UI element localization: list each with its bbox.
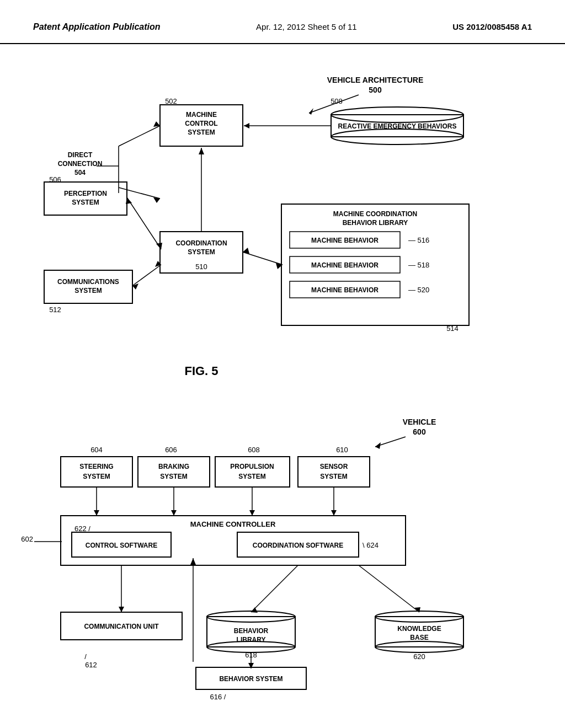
svg-line-104 <box>359 565 419 612</box>
svg-text:— 520: — 520 <box>408 286 429 294</box>
svg-text:REACTIVE EMERGENCY BEHAVIORS: REACTIVE EMERGENCY BEHAVIORS <box>338 122 457 130</box>
svg-text:MACHINE COORDINATION: MACHINE COORDINATION <box>333 210 417 218</box>
header: Patent Application Publication Apr. 12, … <box>0 0 565 44</box>
svg-text:600: 600 <box>413 427 426 436</box>
svg-rect-79 <box>298 457 370 487</box>
svg-text:MACHINE BEHAVIOR: MACHINE BEHAVIOR <box>311 286 379 294</box>
svg-marker-101 <box>119 607 124 612</box>
fig6-diagram: VEHICLE 600 604 606 608 610 STEERING SYS… <box>0 397 565 728</box>
svg-rect-76 <box>215 457 290 487</box>
svg-text:LIBRARY: LIBRARY <box>237 636 266 644</box>
svg-text:506: 506 <box>49 175 61 184</box>
svg-marker-45 <box>132 283 138 290</box>
svg-rect-70 <box>61 457 132 487</box>
svg-text:SYSTEM: SYSTEM <box>74 287 102 295</box>
svg-text:512: 512 <box>49 306 61 314</box>
svg-text:PROPULSION: PROPULSION <box>230 463 274 470</box>
svg-line-24 <box>119 188 160 199</box>
svg-text:SYSTEM: SYSTEM <box>72 199 99 206</box>
header-publication: Patent Application Publication <box>33 22 161 32</box>
svg-text:MACHINE BEHAVIOR: MACHINE BEHAVIOR <box>311 261 379 269</box>
header-patent-number: US 2012/0085458 A1 <box>452 22 532 31</box>
svg-text:SYSTEM: SYSTEM <box>188 129 215 136</box>
svg-text:616 /: 616 / <box>210 693 226 701</box>
svg-text:BASE: BASE <box>410 634 428 641</box>
svg-marker-38 <box>199 148 204 154</box>
svg-text:SENSOR: SENSOR <box>320 463 348 470</box>
svg-text:MACHINE: MACHINE <box>186 111 217 119</box>
fig5-label: FIG. 5 <box>184 364 218 378</box>
svg-text:CONTROL SOFTWARE: CONTROL SOFTWARE <box>86 542 157 549</box>
svg-text:STEERING: STEERING <box>79 463 113 470</box>
svg-text:MACHINE CONTROLLER: MACHINE CONTROLLER <box>190 520 276 528</box>
svg-text:BRAKING: BRAKING <box>158 463 189 470</box>
header-date-sheet: Apr. 12, 2012 Sheet 5 of 11 <box>256 22 357 31</box>
svg-text:MACHINE BEHAVIOR: MACHINE BEHAVIOR <box>311 237 379 244</box>
svg-text:SYSTEM: SYSTEM <box>83 473 110 480</box>
svg-text:SYSTEM: SYSTEM <box>320 473 347 480</box>
svg-text:COORDINATION: COORDINATION <box>175 239 227 247</box>
svg-text:COMMUNICATIONS: COMMUNICATIONS <box>57 278 119 286</box>
svg-marker-85 <box>171 510 177 516</box>
svg-text:COMMUNICATION UNIT: COMMUNICATION UNIT <box>84 623 159 630</box>
svg-text:608: 608 <box>248 446 260 454</box>
svg-line-102 <box>251 565 298 612</box>
svg-text:BEHAVIOR SYSTEM: BEHAVIOR SYSTEM <box>219 675 282 683</box>
svg-text:604: 604 <box>90 446 103 454</box>
svg-text:SYSTEM: SYSTEM <box>238 473 265 480</box>
svg-line-30 <box>127 197 161 249</box>
svg-text:/: / <box>84 652 87 661</box>
svg-line-43 <box>132 265 161 286</box>
svg-text:610: 610 <box>336 446 348 454</box>
svg-text:DIRECT: DIRECT <box>68 151 93 159</box>
svg-marker-65 <box>375 442 381 449</box>
svg-text:BEHAVIOR LIBRARY: BEHAVIOR LIBRARY <box>343 219 408 227</box>
svg-text:502: 502 <box>165 97 177 105</box>
svg-marker-89 <box>331 510 337 516</box>
svg-text:CONTROL: CONTROL <box>185 120 217 127</box>
svg-text:PERCEPTION: PERCEPTION <box>64 190 107 197</box>
svg-text:622 /: 622 / <box>74 524 90 533</box>
svg-text:KNOWLEDGE: KNOWLEDGE <box>397 625 441 633</box>
svg-text:COORDINATION SOFTWARE: COORDINATION SOFTWARE <box>253 542 343 549</box>
svg-text:606: 606 <box>165 446 177 454</box>
svg-text:\ 624: \ 624 <box>363 541 379 549</box>
svg-text:SYSTEM: SYSTEM <box>160 473 187 480</box>
svg-marker-31 <box>156 243 162 249</box>
svg-line-22 <box>119 126 160 146</box>
svg-marker-83 <box>94 510 99 516</box>
svg-text:504: 504 <box>74 169 86 176</box>
page: Patent Application Publication Apr. 12, … <box>0 0 565 728</box>
svg-marker-103 <box>251 607 258 613</box>
svg-text:BEHAVIOR: BEHAVIOR <box>234 627 269 635</box>
svg-text:— 516: — 516 <box>408 236 429 244</box>
fig5-title: VEHICLE ARCHITECTURE <box>327 76 424 84</box>
svg-text:612: 612 <box>85 661 97 669</box>
svg-line-59 <box>243 252 282 265</box>
svg-rect-73 <box>138 457 210 487</box>
svg-text:500: 500 <box>369 85 382 94</box>
svg-marker-107 <box>190 558 196 565</box>
svg-text:602: 602 <box>21 535 33 543</box>
svg-marker-16 <box>244 123 249 129</box>
svg-marker-87 <box>249 510 255 516</box>
svg-text:620: 620 <box>413 652 425 661</box>
svg-text:510: 510 <box>195 263 207 271</box>
svg-text:— 518: — 518 <box>408 261 429 269</box>
svg-text:514: 514 <box>446 324 459 333</box>
svg-text:SYSTEM: SYSTEM <box>188 248 215 256</box>
svg-text:CONNECTION: CONNECTION <box>58 160 103 168</box>
fig5-diagram: VEHICLE ARCHITECTURE 500 MACHINE CONTROL… <box>0 50 565 392</box>
svg-text:508: 508 <box>331 97 343 105</box>
svg-text:VEHICLE: VEHICLE <box>403 417 436 426</box>
